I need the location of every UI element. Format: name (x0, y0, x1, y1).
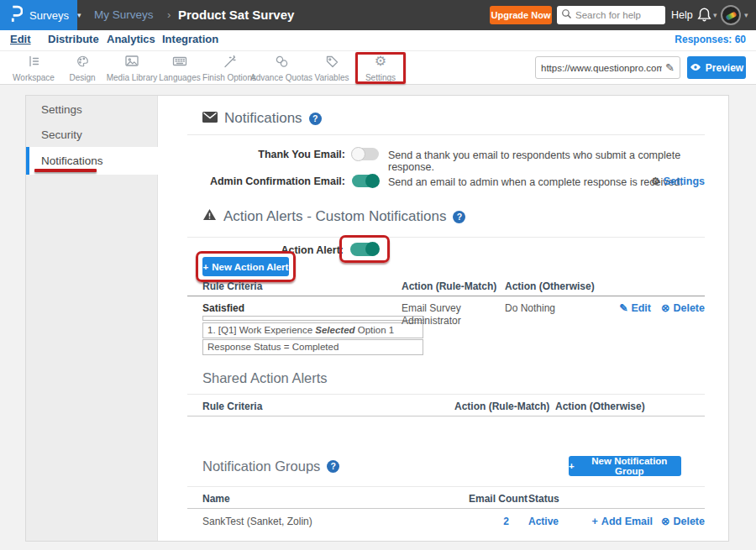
survey-nav-tabs: Edit Distribute Analytics Integration Re… (0, 30, 756, 50)
settings-panel: Settings Security Notifications Notifica… (25, 95, 729, 542)
admin-email-settings-link[interactable]: ⚙ Settings (614, 175, 705, 187)
advance-quotas-chain-icon (275, 54, 289, 68)
survey-url-input[interactable] (541, 63, 662, 73)
toolbar-advance-quotas[interactable]: Advance Quotas (252, 54, 311, 82)
settings-sidebar: Settings Security Notifications (26, 96, 158, 541)
column-header-action-otherwise: Action (Otherwise) (505, 280, 595, 292)
edit-pencil-icon: ✎ (619, 301, 627, 314)
delete-circle-icon: ⊗ (661, 301, 669, 314)
avatar-dropdown-caret-icon[interactable]: ▾ (744, 11, 748, 19)
top-bar: Surveys ▾ My Surveys › Product Sat Surve… (0, 0, 756, 30)
preview-button[interactable]: Preview (687, 56, 746, 79)
table-header-divider (187, 416, 705, 416)
rule-status: Satisfied (202, 302, 244, 314)
edit-url-pencil-icon[interactable]: ✎ (665, 61, 675, 74)
row-actions: +Add Email ⊗Delete (576, 515, 705, 527)
column-header-rule-criteria: Rule Criteria (202, 280, 262, 292)
delete-circle-icon: ⊗ (661, 515, 669, 527)
upgrade-now-button[interactable]: Upgrade Now (490, 6, 552, 24)
divider (187, 134, 705, 135)
new-notification-group-button[interactable]: + New Notification Group (569, 456, 681, 476)
toolbar-workspace[interactable]: Workspace (8, 54, 59, 82)
questionpro-logo-icon (10, 4, 23, 27)
tab-distribute[interactable]: Distribute (48, 30, 99, 49)
toolbar-settings[interactable]: ⚙ Settings (356, 54, 405, 82)
column-header-action-rule-match: Action (Rule-Match) (454, 401, 549, 412)
eye-icon (690, 62, 701, 74)
search-icon (561, 8, 572, 23)
finish-options-wand-icon (223, 54, 237, 68)
table-header-divider (187, 508, 705, 509)
divider (187, 394, 705, 395)
surveys-app-menu[interactable]: Surveys ▾ (0, 0, 77, 30)
toolbar-finish-options[interactable]: Finish Options (202, 54, 257, 82)
column-header-name: Name (202, 493, 230, 505)
media-library-icon (124, 54, 139, 68)
avatar-image (725, 11, 737, 20)
user-avatar[interactable] (721, 5, 741, 25)
delete-link[interactable]: ⊗Delete (661, 301, 705, 314)
rule-item: 1. [Q1] Work Experience Selected Option … (202, 322, 423, 338)
delete-link[interactable]: ⊗Delete (661, 515, 705, 527)
sidebar-item-settings[interactable]: Settings (26, 97, 158, 123)
breadcrumb-current-survey: Product Sat Survey (178, 0, 294, 30)
notification-groups-title: Notification Groups ? (202, 458, 339, 474)
help-badge-icon[interactable]: ? (309, 113, 322, 125)
column-header-email-count: Email Count (469, 493, 528, 505)
plus-icon: + (203, 262, 209, 272)
divider (187, 237, 705, 238)
action-alert-toggle[interactable] (350, 243, 379, 256)
admin-confirmation-email-label: Admin Confirmation Email: (187, 175, 345, 187)
row-actions: ✎Edit ⊗Delete (589, 301, 705, 314)
sidebar-item-security[interactable]: Security (26, 123, 158, 148)
variables-tag-icon (325, 54, 339, 68)
settings-gear-icon: ⚙ (375, 54, 386, 68)
warning-icon (202, 208, 217, 225)
questionpro-settings-page: Surveys ▾ My Surveys › Product Sat Surve… (0, 0, 756, 550)
thank-you-email-label: Thank You Email: (187, 149, 345, 160)
edit-toolbar: Workspace Design Media Library Languages… (0, 50, 756, 85)
help-search-box (557, 6, 665, 24)
tab-integration[interactable]: Integration (162, 30, 218, 49)
tab-analytics[interactable]: Analytics (107, 30, 155, 49)
toolbar-media-library[interactable]: Media Library (104, 54, 160, 82)
tab-edit[interactable]: Edit (10, 30, 31, 49)
column-header-status: Status (528, 493, 559, 505)
action-alerts-section-title: Action Alerts - Custom Notifications ? (202, 208, 465, 225)
new-action-alert-button[interactable]: + New Action Alert (202, 257, 289, 276)
search-input[interactable] (575, 10, 661, 20)
divider (187, 486, 705, 487)
cell-email-count-link[interactable]: 2 (492, 516, 509, 527)
chevron-down-icon: ▾ (77, 11, 81, 19)
gear-icon: ⚙ (651, 175, 660, 187)
admin-confirmation-email-toggle[interactable] (352, 175, 379, 187)
help-badge-icon[interactable]: ? (453, 211, 465, 223)
toolbar-languages[interactable]: Languages (155, 54, 205, 82)
breadcrumb-my-surveys[interactable]: My Surveys (94, 0, 154, 30)
column-header-action-otherwise: Action (Otherwise) (555, 401, 645, 412)
responses-count[interactable]: Responses: 60 (675, 30, 746, 49)
bell-dropdown-caret-icon[interactable]: ▾ (713, 11, 717, 19)
notifications-bell-icon[interactable] (696, 7, 712, 26)
toolbar-variables[interactable]: Variables (307, 54, 356, 82)
cell-status-active[interactable]: Active (528, 516, 559, 527)
toolbar-design[interactable]: Design (57, 54, 108, 82)
thank-you-email-description: Send a thank you email to respondents wh… (388, 149, 728, 173)
cell-group-name: SankTest (Sanket, Zolin) (202, 516, 312, 527)
envelope-icon (202, 110, 218, 127)
notifications-underline-annotation (34, 169, 97, 172)
column-header-rule-criteria: Rule Criteria (202, 401, 262, 412)
languages-keyboard-icon (172, 54, 187, 68)
shared-action-alerts-title: Shared Action Alerts (202, 370, 328, 386)
thank-you-email-toggle[interactable] (352, 148, 379, 160)
breadcrumb-separator: › (167, 0, 171, 30)
help-badge-icon[interactable]: ? (327, 460, 339, 473)
add-email-link[interactable]: +Add Email (592, 515, 653, 527)
help-link[interactable]: Help (671, 0, 693, 30)
plus-icon: + (592, 516, 598, 527)
edit-link[interactable]: ✎Edit (619, 301, 651, 314)
action-alert-toggle-label: Action Alert: (187, 244, 344, 256)
rule-item: Response Status = Completed (202, 339, 423, 355)
app-menu-label: Surveys (29, 9, 69, 22)
notifications-section-title: Notifications ? (202, 110, 322, 127)
